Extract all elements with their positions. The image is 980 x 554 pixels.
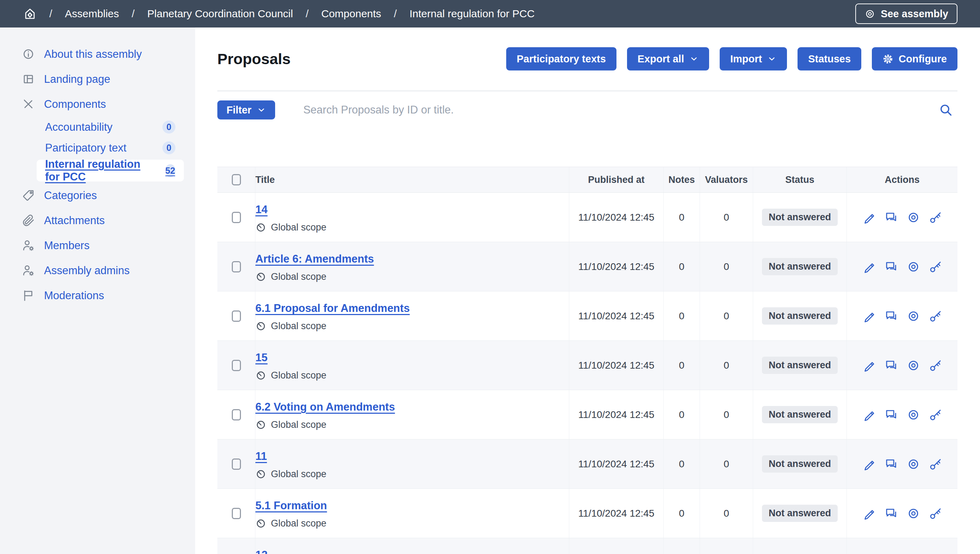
sidebar-item-moderations[interactable]: Moderations: [0, 283, 195, 308]
proposal-title-link[interactable]: 14: [255, 203, 267, 216]
column-header-actions: Actions: [847, 167, 958, 193]
chat-icon: [885, 309, 898, 323]
breadcrumb-link[interactable]: Components: [321, 8, 381, 20]
edit-proposal-button[interactable]: [862, 359, 876, 372]
permissions-button[interactable]: [929, 457, 942, 471]
permissions-button[interactable]: [929, 359, 942, 372]
proposal-title-link[interactable]: 6.2 Voting on Amendments: [255, 401, 395, 413]
pencil-icon: [862, 507, 876, 520]
column-header-status: Status: [753, 167, 847, 193]
answer-proposal-button[interactable]: [885, 408, 898, 422]
edit-proposal-button[interactable]: [862, 309, 876, 323]
answer-proposal-button[interactable]: [885, 309, 898, 323]
count-badge: 0: [162, 121, 175, 134]
answer-proposal-button[interactable]: [885, 507, 898, 520]
answer-proposal-button[interactable]: [885, 457, 898, 471]
sidebar-item-internal-regulation-for-pcc[interactable]: Internal regulation for PCC52: [37, 160, 184, 181]
scope-icon: [255, 370, 266, 381]
edit-proposal-button[interactable]: [862, 457, 876, 471]
layout: About this assemblyLanding pageComponent…: [0, 27, 980, 554]
sidebar-item-attachments[interactable]: Attachments: [0, 208, 195, 233]
row-checkbox[interactable]: [232, 458, 241, 470]
export-all-button[interactable]: Export all: [627, 47, 709, 70]
layout-icon: [22, 73, 35, 86]
see-assembly-button[interactable]: See assembly: [855, 3, 958, 24]
proposal-title-link[interactable]: 5.1 Formation: [255, 499, 327, 512]
row-checkbox[interactable]: [232, 310, 241, 322]
edit-proposal-button[interactable]: [862, 260, 876, 274]
answer-proposal-button[interactable]: [885, 359, 898, 372]
sidebar-item-assembly-admins[interactable]: Assembly admins: [0, 258, 195, 283]
breadcrumb-link[interactable]: Internal regulation for PCC: [409, 8, 535, 20]
notes-count-cell: 0: [663, 291, 700, 341]
status-cell: Not answered: [753, 390, 847, 439]
notes-count-cell: [663, 538, 700, 554]
table-row: Article 6: AmendmentsGlobal scope11/10/2…: [217, 242, 958, 291]
column-header-published-at: Published at: [569, 167, 663, 193]
breadcrumb-link[interactable]: Assemblies: [65, 8, 119, 20]
edit-proposal-button[interactable]: [862, 211, 876, 224]
permissions-button[interactable]: [929, 309, 942, 323]
preview-proposal-button[interactable]: [907, 457, 920, 471]
proposal-title-link[interactable]: 6.1 Proposal for Amendments: [255, 302, 410, 315]
permissions-button[interactable]: [929, 507, 942, 520]
proposal-title-link[interactable]: Article 6: Amendments: [255, 253, 374, 265]
column-header-title: Title: [255, 167, 569, 193]
sidebar-item-participatory-text[interactable]: Participatory text0: [0, 137, 195, 158]
actions-cell: [847, 538, 958, 554]
sidebar-item-components[interactable]: Components: [0, 92, 195, 117]
sidebar-item-members[interactable]: Members: [0, 233, 195, 258]
breadcrumb-separator: /: [132, 8, 135, 20]
actions-cell: [847, 291, 958, 341]
table-header-row: TitlePublished atNotesValuatorsStatusAct…: [217, 167, 958, 193]
count-badge: 52: [165, 164, 176, 177]
status-cell: [753, 538, 847, 554]
preview-proposal-button[interactable]: [907, 211, 920, 224]
info-icon: [22, 48, 35, 60]
permissions-button[interactable]: [929, 408, 942, 422]
scope-icon: [255, 419, 266, 430]
chat-icon: [885, 408, 898, 422]
proposal-title-link[interactable]: 12: [255, 549, 267, 554]
statuses-button[interactable]: Statuses: [797, 47, 861, 70]
import-button[interactable]: Import: [720, 47, 787, 70]
proposal-title-link[interactable]: 11: [255, 450, 267, 463]
home-link[interactable]: [23, 7, 37, 21]
published-at-cell: 11/10/2024 12:45: [569, 390, 663, 439]
sidebar-item-categories[interactable]: Categories: [0, 183, 195, 208]
main-content: Proposals Participatory textsExport allI…: [195, 27, 980, 554]
search-button[interactable]: [939, 102, 955, 118]
eye-icon: [864, 8, 875, 19]
row-checkbox[interactable]: [232, 409, 241, 420]
sidebar-item-landing-page[interactable]: Landing page: [0, 67, 195, 92]
edit-proposal-button[interactable]: [862, 408, 876, 422]
row-checkbox[interactable]: [232, 508, 241, 519]
filter-label: Filter: [226, 104, 251, 116]
answer-proposal-button[interactable]: [885, 211, 898, 224]
participatory-texts-button[interactable]: Participatory texts: [506, 47, 616, 70]
preview-proposal-button[interactable]: [907, 260, 920, 274]
home-gear-icon: [23, 7, 37, 21]
preview-proposal-button[interactable]: [907, 408, 920, 422]
answer-proposal-button[interactable]: [885, 260, 898, 274]
sidebar-item-about-this-assembly[interactable]: About this assembly: [0, 41, 195, 67]
select-all-checkbox[interactable]: [232, 174, 241, 185]
search-input[interactable]: [275, 103, 939, 116]
preview-proposal-button[interactable]: [907, 309, 920, 323]
pencil-icon: [862, 309, 876, 323]
preview-proposal-button[interactable]: [907, 359, 920, 372]
preview-proposal-button[interactable]: [907, 507, 920, 520]
permissions-button[interactable]: [929, 260, 942, 274]
sidebar-item-accountability[interactable]: Accountability0: [0, 117, 195, 137]
configure-button[interactable]: Configure: [872, 47, 958, 70]
proposal-title-link[interactable]: 15: [255, 351, 267, 364]
row-checkbox[interactable]: [232, 261, 241, 272]
permissions-button[interactable]: [929, 211, 942, 224]
filter-button[interactable]: Filter: [217, 100, 275, 119]
row-checkbox[interactable]: [232, 360, 241, 371]
filter-row: Filter: [217, 100, 958, 120]
row-checkbox[interactable]: [232, 212, 241, 223]
breadcrumb-link[interactable]: Planetary Coordination Council: [147, 8, 293, 20]
published-at-cell: 11/10/2024 12:45: [569, 193, 663, 242]
edit-proposal-button[interactable]: [862, 507, 876, 520]
